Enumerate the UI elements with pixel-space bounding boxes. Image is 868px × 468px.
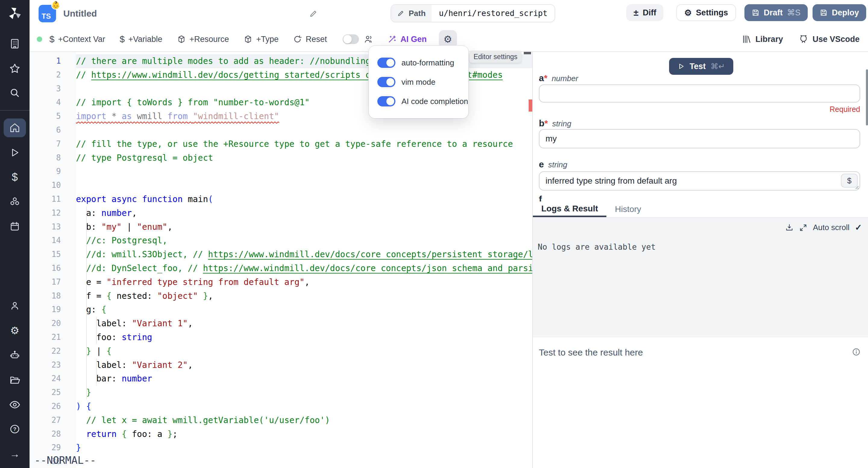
- sidebar-item-runs[interactable]: [4, 143, 26, 162]
- sidebar-item-user[interactable]: [4, 297, 26, 315]
- panel-scrollbar[interactable]: [866, 69, 868, 125]
- toggle-switch[interactable]: [377, 58, 396, 68]
- path-label: Path: [409, 9, 426, 18]
- resize-handle[interactable]: [854, 184, 859, 189]
- add-type-button[interactable]: +Type: [236, 27, 286, 51]
- line-number: 11: [30, 193, 61, 206]
- line-number: 2: [30, 68, 61, 82]
- sidebar-item-favorites[interactable]: [4, 59, 26, 78]
- draft-button[interactable]: Draft ⌘S: [744, 4, 808, 21]
- code-line[interactable]: }: [76, 441, 532, 455]
- people-icon: [364, 34, 374, 44]
- sidebar-item-variables[interactable]: $: [4, 168, 26, 187]
- line-number: 12: [30, 206, 61, 220]
- sidebar-item-schedules[interactable]: [4, 217, 26, 236]
- auto-scroll-checkbox[interactable]: ✓: [855, 223, 862, 233]
- editor-settings-tooltip: Editor settings: [470, 51, 521, 63]
- sidebar-item-home[interactable]: [4, 118, 26, 137]
- star-icon: [9, 62, 21, 75]
- code-line[interactable]: bar: number: [76, 372, 532, 386]
- sidebar-item-workspace[interactable]: [4, 34, 26, 53]
- code-line[interactable]: ) {: [76, 400, 532, 413]
- line-number: 14: [30, 234, 61, 247]
- code-line[interactable]: //d: DynSelect_foo, // https://www.windm…: [76, 261, 532, 275]
- code-line[interactable]: e = "inferred type string from default a…: [76, 275, 532, 289]
- add-resource-button[interactable]: +Resource: [170, 27, 236, 51]
- no-logs-text: No logs are available yet: [538, 242, 655, 252]
- field-a-input[interactable]: [539, 84, 860, 103]
- gear-icon: ⚙: [684, 8, 692, 18]
- reset-button[interactable]: Reset: [286, 27, 334, 51]
- arrow-right-icon: →: [10, 448, 20, 460]
- building-icon: [9, 38, 21, 50]
- library-button[interactable]: Library: [742, 35, 783, 44]
- line-number: 10: [30, 178, 61, 193]
- code-line[interactable]: g: {: [76, 303, 532, 317]
- code-line[interactable]: f = { nested: "object" },: [76, 289, 532, 303]
- code-line[interactable]: label: "Variant 1",: [76, 317, 532, 330]
- code-line[interactable]: // let x = await wmill.getVariable('u/us…: [76, 413, 532, 427]
- path-field[interactable]: Path u/henri/restored_script: [391, 4, 555, 22]
- library-icon: [742, 35, 751, 44]
- code-line[interactable]: export async function main(: [76, 193, 532, 206]
- add-variable-button[interactable]: $ +Variable: [113, 27, 170, 51]
- editor-settings-popup: auto-formattingvim modeAI code completio…: [369, 46, 468, 118]
- code-line[interactable]: [76, 165, 532, 178]
- code-line[interactable]: a: number,: [76, 206, 532, 220]
- sidebar-item-search[interactable]: [4, 84, 26, 103]
- toggle-switch[interactable]: [377, 77, 396, 87]
- code-line[interactable]: // type Postgresql = object: [76, 151, 532, 165]
- settings-button[interactable]: ⚙ Settings: [676, 4, 736, 21]
- line-number: 21: [30, 330, 61, 344]
- ai-gen-button[interactable]: AI Gen: [380, 34, 434, 44]
- line-number: 8: [30, 151, 61, 165]
- code-line[interactable]: [76, 123, 532, 137]
- dollar-icon: $: [50, 34, 55, 44]
- sidebar-divider: [0, 110, 30, 111]
- result-placeholder: Test to see the result here: [539, 347, 643, 358]
- code-line[interactable]: //c: Postgresql,: [76, 234, 532, 247]
- sidebar-item-audit[interactable]: [4, 395, 26, 414]
- editor-settings-button[interactable]: ⚙: [439, 30, 457, 48]
- code-line[interactable]: b: "my" | "enum",: [76, 220, 532, 234]
- edit-summary-icon[interactable]: [309, 9, 318, 18]
- code-line[interactable]: }: [76, 386, 532, 400]
- deploy-button[interactable]: Deploy: [812, 4, 866, 21]
- line-number: 24: [30, 372, 61, 386]
- sidebar-item-folders[interactable]: [4, 371, 26, 389]
- sidebar-item-ai[interactable]: [4, 346, 26, 364]
- add-context-var-button[interactable]: $ +Context Var: [42, 27, 113, 51]
- logs-tabs: Logs & Result History: [533, 201, 868, 218]
- diff-button[interactable]: ± Diff: [626, 4, 663, 21]
- code-line[interactable]: [76, 178, 532, 193]
- toggle-switch[interactable]: [377, 96, 396, 107]
- sidebar-item-settings[interactable]: ⚙: [4, 321, 26, 340]
- tab-history[interactable]: History: [607, 201, 650, 217]
- code-line[interactable]: label: "Variant 2",: [76, 358, 532, 372]
- field-e-input[interactable]: inferred type string from default arg $: [539, 171, 860, 191]
- code-line[interactable]: return { foo: a };: [76, 427, 532, 441]
- code-line[interactable]: } | {: [76, 344, 532, 358]
- field-e-label: e string: [539, 159, 567, 170]
- code-line[interactable]: foo: string: [76, 330, 532, 344]
- package-icon: [177, 35, 186, 44]
- toggle-label: auto-formatting: [401, 58, 454, 67]
- tab-logs-result[interactable]: Logs & Result: [533, 201, 607, 217]
- field-b-input[interactable]: my: [539, 129, 860, 148]
- code-line[interactable]: [76, 455, 532, 468]
- sidebar-item-expand[interactable]: →: [4, 444, 26, 463]
- sidebar-item-resources[interactable]: [4, 193, 26, 211]
- download-icon[interactable]: [785, 224, 794, 232]
- code-line[interactable]: //d: wmill.S3Object, // https://www.wind…: [76, 247, 532, 261]
- field-a-error: Required: [830, 105, 860, 114]
- sidebar-item-help[interactable]: ?: [4, 420, 26, 438]
- line-number: 25: [30, 386, 61, 400]
- windmill-logo[interactable]: [7, 6, 22, 21]
- expand-icon[interactable]: [799, 224, 807, 232]
- code-line[interactable]: // fill the type, or use the +Resource t…: [76, 137, 532, 151]
- multiplayer-toggle[interactable]: [343, 34, 359, 44]
- info-icon[interactable]: [852, 347, 861, 356]
- line-number: 28: [30, 427, 61, 441]
- use-vscode-button[interactable]: Use VScode: [799, 34, 860, 44]
- left-sidebar: $ ⚙ ? →: [0, 0, 30, 468]
